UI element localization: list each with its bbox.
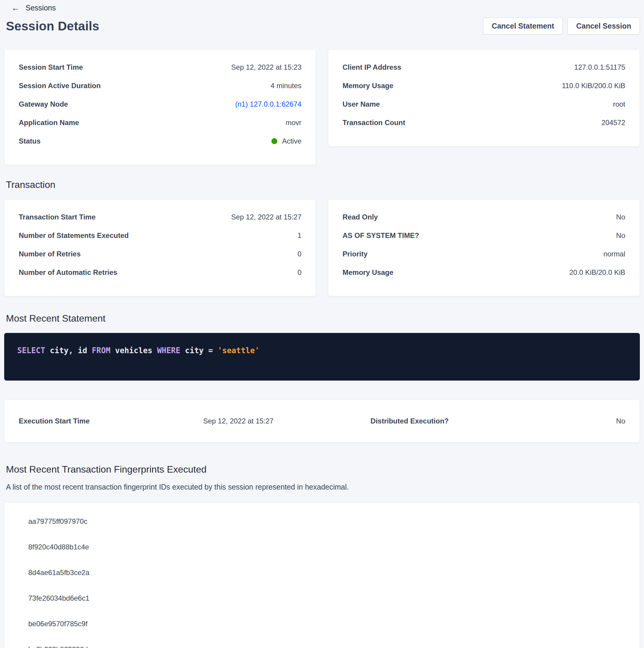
fingerprint-list-item: be06e9570f785c9f (4, 611, 625, 637)
header-actions: Cancel Statement Cancel Session (483, 17, 640, 35)
row-client-ip-address: Client IP Address 127.0.0.1:51175 (343, 63, 625, 72)
breadcrumb-label: Sessions (25, 4, 56, 12)
row-value: 0 (298, 268, 301, 277)
row-transaction-start-time: Transaction Start Time Sep 12, 2022 at 1… (19, 213, 301, 222)
transaction-section-heading: Transaction (6, 179, 640, 190)
execution-summary-card: Execution Start Time Sep 12, 2022 at 15:… (4, 400, 640, 442)
row-value: No (616, 231, 625, 240)
row-label: Distributed Execution? (370, 417, 449, 426)
row-value: No (616, 417, 625, 426)
row-value: Sep 12, 2022 at 15:23 (231, 63, 301, 72)
row-session-start-time: Session Start Time Sep 12, 2022 at 15:23 (19, 63, 301, 72)
row-label: Client IP Address (343, 63, 401, 72)
status-value: Active (272, 137, 301, 146)
row-label: Number of Automatic Retries (19, 268, 117, 277)
cancel-session-button[interactable]: Cancel Session (568, 17, 640, 35)
row-value: 204572 (601, 118, 625, 127)
row-user-name: User Name root (343, 100, 625, 109)
row-label: Status (19, 137, 41, 146)
row-gateway-node: Gateway Node (n1) 127.0.0.1:62674 (19, 100, 301, 109)
sql-statement-box: SELECT city, id FROM vehicles WHERE city… (4, 333, 640, 381)
row-value: Sep 12, 2022 at 15:27 (231, 213, 301, 222)
row-label: Session Start Time (19, 63, 83, 72)
row-value: Sep 12, 2022 at 15:27 (203, 417, 274, 426)
row-label: Transaction Count (343, 118, 405, 127)
fingerprints-description: A list of the most recent transaction fi… (6, 482, 640, 492)
fingerprint-list-item: aa79775ff097970c (4, 508, 625, 534)
page-header: Session Details Cancel Statement Cancel … (6, 17, 640, 35)
transaction-card-left: Transaction Start Time Sep 12, 2022 at 1… (4, 199, 316, 296)
sql-keyword: WHERE (157, 346, 180, 355)
row-value: 4 minutes (271, 81, 301, 90)
row-application-name: Application Name movr (19, 118, 301, 127)
row-label: Memory Usage (343, 81, 394, 90)
status-badge: Active (282, 137, 301, 145)
row-memory-usage: Memory Usage 110.0 KiB/200.0 KiB (343, 81, 625, 90)
row-label: Priority (343, 250, 367, 259)
row-label: AS OF SYSTEM TIME? (343, 231, 419, 240)
row-value: 20.0 KiB/20.0 KiB (569, 268, 625, 277)
row-label: Gateway Node (19, 100, 68, 109)
row-label: Memory Usage (343, 268, 394, 277)
row-value: 127.0.0.1:51175 (574, 63, 625, 72)
row-session-active-duration: Session Active Duration 4 minutes (19, 81, 301, 90)
sql-text: vehicles (110, 346, 157, 355)
session-summary-card-right: Client IP Address 127.0.0.1:51175 Memory… (328, 49, 640, 147)
row-txn-memory-usage: Memory Usage 20.0 KiB/20.0 KiB (343, 268, 625, 277)
row-priority: Priority normal (343, 250, 625, 259)
sql-text: city, id (45, 346, 92, 355)
cancel-statement-button[interactable]: Cancel Statement (483, 17, 563, 35)
fingerprint-list-item: 8d4ae61a5fb3ce2a (4, 560, 625, 586)
session-summary-section: Session Start Time Sep 12, 2022 at 15:23… (4, 49, 640, 165)
session-summary-card-left: Session Start Time Sep 12, 2022 at 15:23… (4, 49, 316, 165)
row-as-of-system-time: AS OF SYSTEM TIME? No (343, 231, 625, 240)
row-label: Transaction Start Time (19, 213, 96, 222)
transaction-section: Transaction Start Time Sep 12, 2022 at 1… (4, 199, 640, 296)
row-value: 110.0 KiB/200.0 KiB (562, 81, 625, 90)
breadcrumb-back-sessions[interactable]: ← Sessions (4, 0, 56, 12)
row-transaction-count: Transaction Count 204572 (343, 118, 625, 127)
row-status: Status Active (19, 137, 301, 146)
arrow-left-icon: ← (11, 4, 20, 12)
row-label: Execution Start Time (19, 417, 90, 426)
page-title: Session Details (6, 19, 99, 33)
row-label: Number of Statements Executed (19, 231, 128, 240)
row-label: Session Active Duration (19, 81, 101, 90)
distributed-execution-pair: Distributed Execution? No (370, 417, 625, 426)
fingerprints-card: aa79775ff097970c 8f920c40d88b1c4e 8d4ae6… (4, 502, 640, 648)
fingerprints-section-heading: Most Recent Transaction Fingerprints Exe… (6, 464, 640, 475)
sql-text: city = (180, 346, 218, 355)
sql-keyword: SELECT (17, 346, 45, 355)
row-value: No (616, 213, 625, 222)
row-number-of-retries: Number of Retries 0 (19, 250, 301, 259)
row-label: Application Name (19, 118, 79, 127)
gateway-node-link[interactable]: (n1) 127.0.0.1:62674 (235, 100, 301, 109)
row-value: normal (603, 250, 625, 259)
fingerprint-list-item: ba2b203b823296de (4, 637, 625, 648)
status-active-dot-icon (272, 138, 277, 144)
row-automatic-retries: Number of Automatic Retries 0 (19, 268, 301, 277)
row-label: User Name (343, 100, 380, 109)
fingerprint-list-item: 73fe26034bd6e6c1 (4, 586, 625, 611)
row-read-only: Read Only No (343, 213, 625, 222)
sql-keyword: FROM (92, 346, 110, 355)
sql-string-literal: 'seattle' (218, 346, 259, 355)
row-value: 0 (298, 250, 301, 259)
transaction-card-right: Read Only No AS OF SYSTEM TIME? No Prior… (328, 199, 640, 296)
row-label: Read Only (343, 213, 378, 222)
row-value: 1 (298, 231, 301, 240)
fingerprint-list-item: 8f920c40d88b1c4e (4, 534, 625, 560)
execution-start-time-pair: Execution Start Time Sep 12, 2022 at 15:… (19, 417, 274, 426)
session-details-page: ← Sessions Session Details Cancel Statem… (0, 0, 644, 648)
row-value: root (613, 100, 625, 109)
most-recent-statement-heading: Most Recent Statement (6, 313, 640, 324)
row-value: movr (286, 118, 301, 127)
row-statements-executed: Number of Statements Executed 1 (19, 231, 301, 240)
row-label: Number of Retries (19, 250, 81, 259)
